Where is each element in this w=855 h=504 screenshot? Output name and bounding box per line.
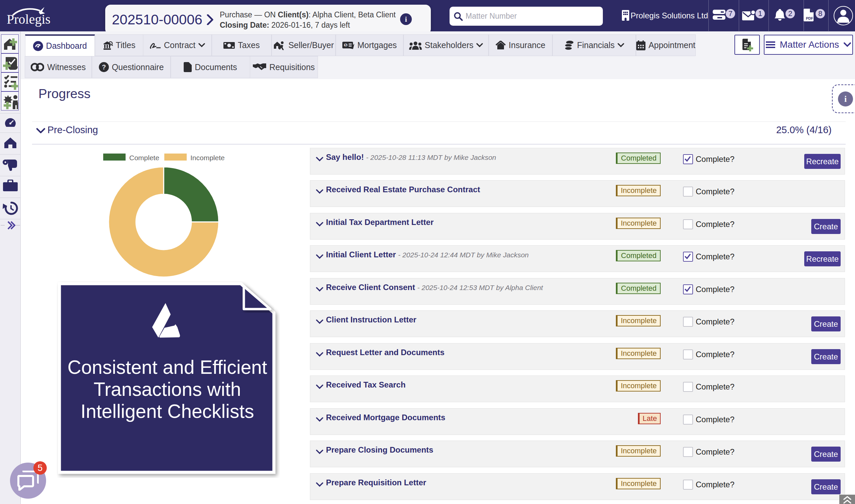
svg-text:?: ? [102,64,106,71]
svg-text:$: $ [345,43,347,47]
svg-text:PDF: PDF [806,16,813,20]
